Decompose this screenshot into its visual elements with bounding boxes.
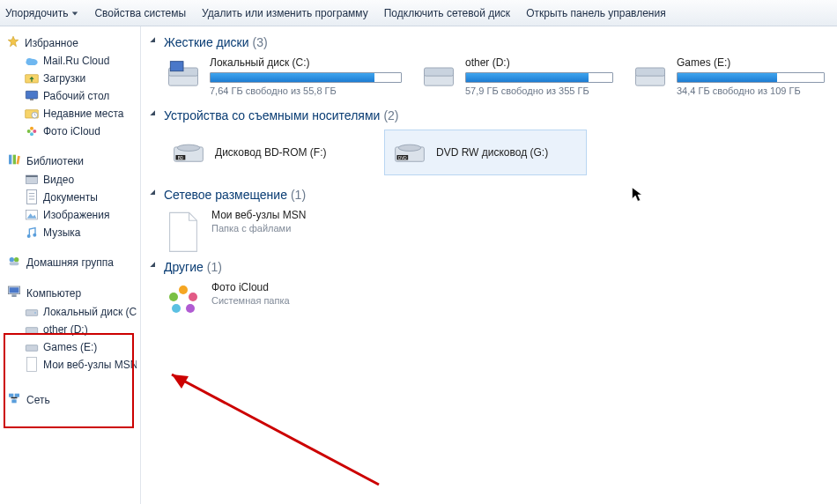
- hdd-icon: [164, 56, 203, 92]
- device-dvdrw[interactable]: DVD DVD RW дисковод (G:): [384, 130, 587, 175]
- svg-rect-17: [17, 156, 20, 165]
- svg-point-59: [189, 293, 197, 301]
- svg-rect-48: [636, 68, 665, 76]
- drive-usage-bar: [210, 72, 402, 83]
- sidebar-item-images[interactable]: Изображения: [25, 206, 137, 224]
- page-icon: [25, 358, 39, 372]
- svg-rect-15: [9, 155, 11, 165]
- svg-text:DVD: DVD: [398, 156, 407, 160]
- favorites-header[interactable]: Избранное: [7, 33, 137, 52]
- removable-header[interactable]: Устройства со съемными носителями (2): [152, 108, 828, 122]
- sidebar-item-mailru[interactable]: Mail.Ru Cloud: [25, 52, 137, 70]
- libraries-icon: [7, 152, 21, 169]
- homegroup-label: Домашняя группа: [26, 256, 114, 269]
- svg-point-13: [30, 132, 33, 136]
- device-bdrom[interactable]: BD Дисковод BD-ROM (F:): [164, 130, 367, 175]
- collapse-icon: [150, 37, 159, 47]
- sidebar-item-music[interactable]: Музыка: [25, 224, 137, 241]
- drive-d[interactable]: other (D:) 57,9 ГБ свободно из 355 ГБ: [419, 56, 613, 96]
- section-label: Сетевое размещение: [164, 188, 287, 202]
- svg-point-61: [172, 304, 181, 313]
- sidebar-item-label: Games (E:): [43, 341, 97, 353]
- libraries-group: Библиотеки Видео Документы Изображения М…: [7, 151, 137, 241]
- favorites-label: Избранное: [25, 37, 78, 49]
- svg-rect-6: [26, 92, 37, 100]
- svg-rect-40: [15, 394, 19, 397]
- drive-name: Games (E:): [677, 56, 825, 69]
- other-section: Другие (1) Фото iCloud Системная папка: [150, 260, 828, 320]
- section-count: (2): [383, 108, 398, 122]
- svg-point-12: [33, 130, 36, 133]
- hard-drives-header[interactable]: Жесткие диски (3): [152, 35, 828, 49]
- sidebar-item-downloads[interactable]: Загрузки: [25, 70, 137, 87]
- hdd-icon: [419, 56, 458, 92]
- toolbar-item-system-properties[interactable]: Свойства системы: [94, 7, 186, 19]
- drive-c[interactable]: Локальный диск (C:) 7,64 ГБ свободно из …: [164, 56, 402, 96]
- drive-free-text: 57,9 ГБ свободно из 355 ГБ: [465, 85, 613, 96]
- svg-rect-16: [13, 155, 16, 165]
- sidebar-item-drive-c[interactable]: Локальный диск (C: [25, 303, 137, 321]
- network-loc-section: Сетевое размещение (1) Мои веб-узлы MSN …: [150, 188, 828, 248]
- drive-usage-bar: [677, 72, 825, 83]
- network-item[interactable]: Сеть: [7, 389, 137, 410]
- svg-rect-33: [11, 294, 16, 297]
- sidebar-item-drive-d[interactable]: other (D:): [25, 321, 137, 338]
- sidebar-item-desktop[interactable]: Рабочий стол: [25, 87, 137, 105]
- removable-tiles: BD Дисковод BD-ROM (F:) DVD DVD RW диско…: [150, 130, 828, 175]
- sidebar-item-label: Фото iCloud: [43, 125, 100, 137]
- sidebar-item-label: Загрузки: [43, 72, 85, 85]
- organize-menu[interactable]: Упорядочить: [5, 7, 78, 19]
- homegroup-item[interactable]: Домашняя группа: [7, 252, 137, 272]
- computer-label: Компьютер: [26, 287, 81, 300]
- sidebar-item-recent[interactable]: Недавние места: [25, 105, 137, 122]
- network-loc-item[interactable]: Мои веб-узлы MSN Папка с файлами: [150, 209, 828, 248]
- toolbar-item-uninstall[interactable]: Удалить или изменить программу: [202, 7, 368, 19]
- network-icon: [7, 391, 21, 408]
- favorites-list: Mail.Ru Cloud Загрузки Рабочий стол Неда…: [7, 52, 137, 140]
- libraries-header[interactable]: Библиотеки: [7, 151, 137, 171]
- chevron-down-icon: [71, 10, 78, 17]
- sidebar-item-icloud-photo[interactable]: Фото iCloud: [25, 122, 137, 140]
- item-subtitle: Папка с файлами: [211, 223, 306, 233]
- file-icon: [164, 209, 203, 248]
- section-label: Устройства со съемными носителями: [164, 108, 380, 122]
- sidebar-item-video[interactable]: Видео: [25, 171, 137, 189]
- network-loc-header[interactable]: Сетевое размещение (1): [152, 188, 828, 202]
- computer-list: Локальный диск (C other (D:) Games (E:) …: [7, 303, 137, 374]
- organize-label: Упорядочить: [5, 7, 68, 19]
- recent-icon: [25, 107, 39, 121]
- svg-point-14: [27, 130, 31, 133]
- computer-header[interactable]: Компьютер: [7, 283, 137, 303]
- svg-rect-32: [10, 287, 19, 293]
- sidebar-item-documents[interactable]: Документы: [25, 189, 137, 206]
- drive-e[interactable]: Games (E:) 34,4 ГБ свободно из 109 ГБ: [631, 56, 825, 96]
- svg-rect-37: [26, 345, 37, 351]
- svg-marker-1: [8, 36, 19, 47]
- computer-group: Компьютер Локальный диск (C other (D:) G…: [7, 283, 137, 374]
- svg-rect-39: [9, 394, 13, 397]
- star-icon: [7, 35, 19, 50]
- other-header[interactable]: Другие (1): [152, 260, 828, 274]
- cursor-icon: [631, 187, 643, 203]
- device-name: DVD RW дисковод (G:): [436, 146, 548, 159]
- hard-drives-section: Жесткие диски (3) Локальный диск (C:) 7,…: [150, 35, 828, 96]
- dvdrw-icon: DVD: [392, 137, 427, 167]
- music-icon: [25, 226, 39, 240]
- sidebar-item-drive-e[interactable]: Games (E:): [25, 338, 137, 356]
- bdrom-icon: BD: [171, 137, 206, 167]
- main-area: Избранное Mail.Ru Cloud Загрузки Рабочий…: [0, 26, 837, 504]
- section-label: Другие: [164, 260, 204, 274]
- drive-name: other (D:): [465, 56, 613, 69]
- sidebar-item-label: Mail.Ru Cloud: [43, 55, 109, 67]
- toolbar-item-control-panel[interactable]: Открыть панель управления: [526, 7, 666, 19]
- toolbar-item-map-drive[interactable]: Подключить сетевой диск: [384, 7, 510, 19]
- sidebar-item-label: Недавние места: [43, 107, 123, 120]
- other-item[interactable]: Фото iCloud Системная папка: [150, 281, 828, 320]
- svg-point-35: [34, 312, 35, 313]
- section-count: (1): [291, 188, 306, 202]
- sidebar-item-msn-web[interactable]: Мои веб-узлы MSN: [25, 356, 137, 374]
- video-icon: [25, 173, 39, 187]
- desktop-icon: [25, 89, 39, 103]
- doc-icon: [25, 190, 39, 204]
- content-pane: Жесткие диски (3) Локальный диск (C:) 7,…: [141, 26, 837, 504]
